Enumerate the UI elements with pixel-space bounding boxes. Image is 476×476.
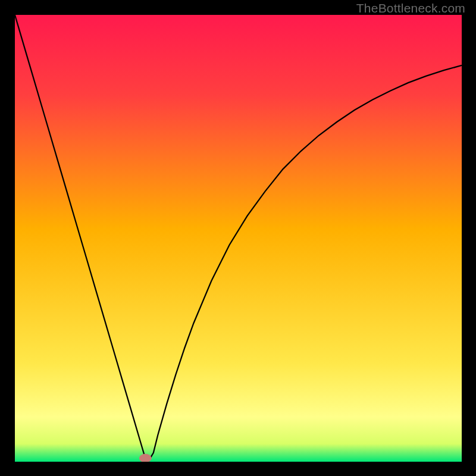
chart-svg (15, 15, 462, 462)
chart-container: TheBottleneck.com (0, 0, 476, 476)
plot-area (15, 15, 462, 462)
watermark-text: TheBottleneck.com (356, 1, 465, 15)
gradient-background (15, 15, 462, 462)
